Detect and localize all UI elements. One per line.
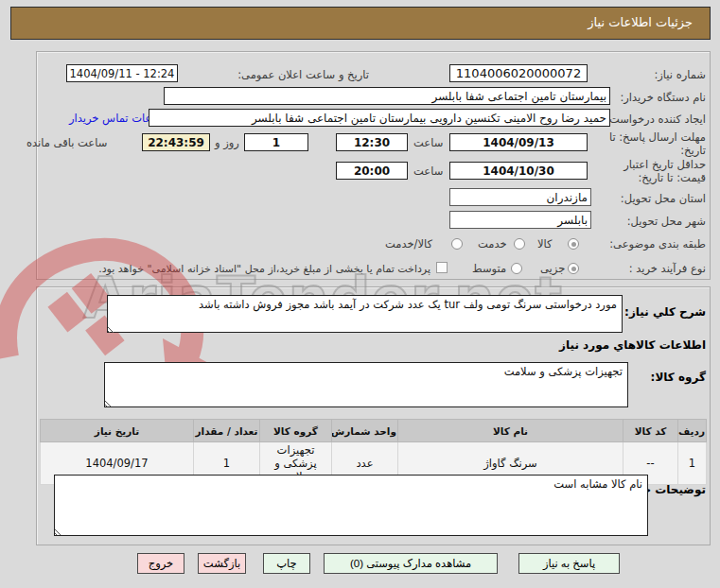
resize-grip-icon[interactable] [105,398,114,407]
radio-goods-label: کالا [537,237,553,251]
col-row-number: ردیف [678,420,707,442]
radio-medium-label: متوسط [472,262,506,275]
resize-grip-icon[interactable] [108,324,117,334]
remaining-days-label: روز و [215,136,239,149]
goods-group-label: گروه کالا: [651,371,706,384]
resize-grip-icon[interactable] [55,527,64,536]
buyer-notes-textarea[interactable]: نام کالا مشابه است [54,475,648,536]
col-need-date: تاریخ نیاز [41,420,194,442]
view-attachments-button[interactable]: مشاهده مدارک پیوستی (0) [324,553,498,574]
page-title: جزئیات اطلاعات نیاز [10,7,711,40]
classification-label: طبقه بندی موضوعی: [609,237,706,251]
radio-partial-label: جزیی [540,262,565,275]
remaining-time-label: ساعت باقی مانده [26,136,107,149]
back-button[interactable]: بازگشت [198,553,246,574]
col-item-code: کد کالا [623,420,678,442]
radio-goods[interactable] [568,238,579,250]
radio-service[interactable] [514,238,525,250]
need-number-field[interactable]: 1104006020000072 [449,64,588,82]
delivery-province-label: استان محل تحویل: [621,192,706,205]
remaining-days-field: 1 [244,133,308,151]
treasury-checkbox[interactable] [436,262,448,273]
cell-row-number: 1 [678,442,707,485]
delivery-province-field[interactable]: مازندران [449,188,591,206]
exit-button[interactable]: خروج [137,553,184,574]
price-validity-time-field[interactable]: 20:00 [336,162,408,180]
reply-deadline-time-field[interactable]: 12:30 [336,133,408,151]
col-group: گروه کالا [260,420,332,442]
col-unit: واحد شمارش [332,420,398,442]
price-validity-label: حداقل تاریخ اعتبار قیمت: تا تاریخ: [623,158,706,184]
reply-to-need-button[interactable]: پاسخ به نیاز [518,553,620,574]
announce-datetime-field[interactable]: 1404/09/11 - 12:24 [66,64,178,82]
need-description-label: شرح کلي نیاز: [624,305,706,319]
print-button[interactable]: چاپ [263,553,310,574]
radio-goods-service[interactable] [451,238,463,250]
need-number-label: شماره نیاز: [654,68,706,81]
validity-hour-label: ساعت [413,164,443,178]
buyer-org-field[interactable]: بیمارستان تامین اجتماعی شفا بابلسر [164,87,610,105]
buyer-org-label: نام دستگاه خریدار: [620,91,706,104]
radio-medium[interactable] [511,263,522,274]
col-item-name: نام کالا [398,420,623,442]
delivery-city-field[interactable]: بابلسر [449,211,591,229]
radio-goods-service-label: کالا/خدمت [385,237,432,251]
need-details-window: جزئیات اطلاعات نیاز شماره نیاز: 11040060… [0,0,720,588]
goods-section-title: اطلاعات کالاهاي مورد نیاز [559,338,706,352]
reply-deadline-label: مهلت ارسال پاسخ: تا تاریخ: [609,130,706,157]
need-description-textarea[interactable]: مورد درخواستی سرنگ تومی ولف tur یک عدد ش… [107,295,623,333]
reply-hour-label: ساعت [413,136,443,149]
announce-datetime-label: تاریخ و ساعت اعلان عمومی: [237,68,369,81]
process-type-label: نوع فرآیند خرید : [629,262,706,275]
treasury-note: پرداخت تمام یا بخشی از مبلغ خرید،از محل … [98,263,430,275]
request-creator-label: ایجاد کننده درخواست: [606,112,706,126]
col-quantity: تعداد / مقدار [194,420,260,442]
request-creator-field[interactable]: حمید رضا روح الامینی تکنسین دارویی بیمار… [149,109,610,127]
radio-partial[interactable] [568,263,579,274]
radio-service-label: خدمت [478,237,507,251]
goods-group-textarea[interactable]: تجهیزات پزشکی و سلامت [104,362,628,407]
reply-deadline-date-field[interactable]: 1404/09/13 [449,133,588,151]
goods-table-header-row: ردیف کد کالا نام کالا واحد شمارش گروه کا… [41,420,707,442]
delivery-city-label: شهر محل تحویل: [627,215,706,228]
remaining-time-field: 22:43:59 [142,133,210,151]
price-validity-date-field[interactable]: 1404/10/30 [449,162,588,180]
